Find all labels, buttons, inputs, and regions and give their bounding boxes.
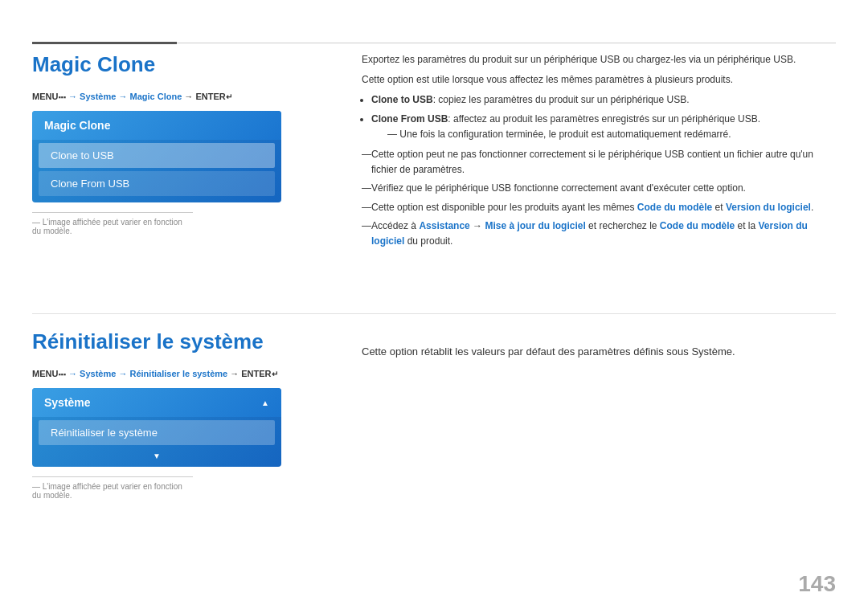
bullet1: Clone to USB: copiez les paramètres du p… xyxy=(371,92,836,108)
dash4-prefix: Accédez à xyxy=(371,220,419,231)
menu-prefix: MENU xyxy=(32,92,58,101)
menu-symbol: ▪▪▪ xyxy=(58,93,66,101)
arrow-up-icon: ▲ xyxy=(261,398,269,407)
menu-item2: Magic Clone xyxy=(129,92,182,101)
bullet1-text: : copiez les paramètres du produit sur u… xyxy=(433,94,690,105)
enter-symbol: ↵ xyxy=(226,92,232,101)
dash3-bold1: Code du modèle xyxy=(637,202,712,213)
right-column-section2: Cette option rétablit les valeurs par dé… xyxy=(362,345,836,358)
clone-to-usb-item[interactable]: Clone to USB xyxy=(39,143,275,168)
section2-title: Réinitialiser le système xyxy=(32,329,330,354)
dash4-mid: → xyxy=(470,220,485,231)
right-para2: Cette option est utile lorsque vous affe… xyxy=(362,72,836,88)
section2-image-note: L'image affichée peut varier en fonction… xyxy=(32,476,193,500)
arrow3: → ENTER xyxy=(182,92,225,101)
bullet2: Clone From USB: affectez au produit les … xyxy=(371,112,836,142)
reinitialiser-item[interactable]: Réinitialiser le système xyxy=(39,420,275,445)
systeme-box-title: Système ▲ xyxy=(32,388,281,417)
sub-note1: Une fois la configuration terminée, le p… xyxy=(387,127,836,142)
arrow-down-icon: ▼ xyxy=(32,448,281,467)
bullet2-text: : affectez au produit les paramètres enr… xyxy=(448,113,760,125)
left-column-section1: Magic Clone MENU▪▪▪ → Système → Magic Cl… xyxy=(32,52,330,235)
bullet2-bold: Clone From USB xyxy=(371,113,448,125)
light-line xyxy=(177,43,836,43)
arrow22: → xyxy=(116,369,129,378)
section1-menu-path: MENU▪▪▪ → Système → Magic Clone → ENTER↵ xyxy=(32,92,330,101)
systeme-title-text: Système xyxy=(44,396,91,409)
dash3-bold2: Version du logiciel xyxy=(726,202,811,213)
magic-clone-ui-box: Magic Clone Clone to USB Clone From USB xyxy=(32,111,281,202)
dash4-suffix: du produit. xyxy=(404,235,452,247)
arrow1: → xyxy=(66,92,80,101)
top-decoration xyxy=(32,42,836,44)
dash4-bold1: Assistance xyxy=(419,220,469,231)
dash4-bold3: Code du modèle xyxy=(660,220,735,231)
menu-item1: Système xyxy=(80,92,116,101)
dash3-mid: et xyxy=(712,202,726,213)
dash3-suffix: . xyxy=(811,202,813,213)
page-number: 143 xyxy=(798,571,836,597)
left-column-section2: Réinitialiser le système MENU▪▪▪ → Systè… xyxy=(32,329,330,500)
dash4-bold2: Mise à jour du logiciel xyxy=(485,220,585,231)
section2-menu-path: MENU▪▪▪ → Système → Réinitialiser le sys… xyxy=(32,369,330,378)
ui-box-title: Magic Clone xyxy=(32,111,281,140)
dash4-mid2: et recherchez le xyxy=(586,220,660,231)
systeme-ui-box: Système ▲ Réinitialiser le système ▼ xyxy=(32,388,281,467)
clone-from-usb-item[interactable]: Clone From USB xyxy=(39,171,275,196)
dark-line xyxy=(32,42,177,44)
dash3-prefix: Cette option est disponible pour les pro… xyxy=(371,202,637,213)
menu2-prefix: MENU xyxy=(32,369,58,378)
dash-note2: Vérifiez que le périphérique USB fonctio… xyxy=(362,181,836,196)
arrow23: → ENTER xyxy=(227,369,271,378)
section1-title: Magic Clone xyxy=(32,52,330,77)
section-divider xyxy=(32,313,836,314)
menu2-symbol: ▪▪▪ xyxy=(58,370,66,378)
menu2-item2: Réinitialiser le système xyxy=(129,369,227,378)
bullet-list: Clone to USB: copiez les paramètres du p… xyxy=(371,92,836,142)
enter2-symbol: ↵ xyxy=(272,370,278,378)
menu2-item1: Système xyxy=(80,369,116,378)
dash-note4: Accédez à Assistance → Mise à jour du lo… xyxy=(362,219,836,249)
section2-right-para1: Cette option rétablit les valeurs par dé… xyxy=(362,345,836,358)
arrow21: → xyxy=(66,369,80,378)
section1-image-note: L'image affichée peut varier en fonction… xyxy=(32,212,193,235)
bullet1-bold: Clone to USB xyxy=(371,94,433,105)
page-container: Magic Clone MENU▪▪▪ → Système → Magic Cl… xyxy=(0,0,868,613)
arrow2: → xyxy=(116,92,129,101)
right-column-section1: Exportez les paramètres du produit sur u… xyxy=(362,52,836,252)
dash4-mid3: et la xyxy=(735,220,758,231)
dash-note3: Cette option est disponible pour les pro… xyxy=(362,200,836,215)
right-para1: Exportez les paramètres du produit sur u… xyxy=(362,52,836,67)
dash-note1: Cette option peut ne pas fonctionner cor… xyxy=(362,147,836,178)
